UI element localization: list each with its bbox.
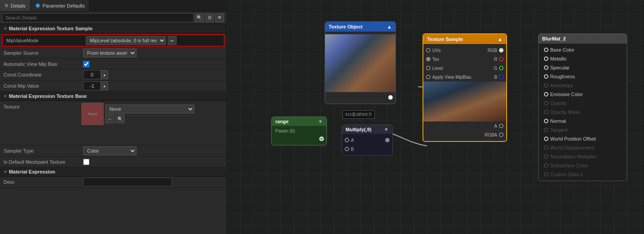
range-node[interactable]: range ▼ Param (0) <box>271 117 327 145</box>
blurmat-tess-row: Tessellation Multiplier <box>539 152 627 161</box>
search-input[interactable] <box>2 13 193 22</box>
blurmat-specular-label: Specular <box>550 65 569 70</box>
blurmat-panel[interactable]: BlurMat_2 Base Color Metallic Specular R… <box>538 33 627 181</box>
mip-value-mode-select[interactable]: MipLevel (absolute, 0 is full resolution… <box>86 36 166 45</box>
range-expand[interactable]: ▼ <box>318 119 323 124</box>
blurmat-opacity-pin[interactable] <box>544 101 548 105</box>
a-pin-right: A <box>494 124 503 129</box>
r-output-pin[interactable] <box>499 57 503 61</box>
blurmat-emissive-label: Emissive Color <box>550 92 583 97</box>
filter-button[interactable]: 👁 <box>215 13 224 22</box>
multiply-b-pin[interactable] <box>345 147 349 151</box>
rgba-pin-row: RGBA <box>423 130 506 139</box>
const-coordinate-input[interactable] <box>83 70 101 79</box>
blurmat-wd-row: World Displacement <box>539 143 627 152</box>
output-pin[interactable] <box>388 95 393 100</box>
const-coordinate-label: Const Coordinate <box>4 71 81 79</box>
mipbias-input-pin[interactable] <box>426 75 431 79</box>
const-mip-value-input[interactable] <box>83 81 101 90</box>
rgba-output-pin[interactable] <box>499 133 503 137</box>
blurmat-wd-pin[interactable] <box>544 145 548 150</box>
texture-object-header: Texture Object ▲ <box>325 22 395 32</box>
multiply-a-pin[interactable] <box>345 138 349 142</box>
a-output-pin[interactable] <box>499 124 503 128</box>
level-input-pin[interactable] <box>426 66 431 70</box>
texture-object-output-pin[interactable] <box>388 95 393 100</box>
r-label: R <box>494 57 497 62</box>
uvs-input-pin[interactable] <box>426 48 431 52</box>
blurmat-base-color-pin[interactable] <box>544 48 548 52</box>
section-texture-sample[interactable]: Material Expression Texture Sample <box>0 24 226 33</box>
blurmat-metallic-label: Metallic <box>550 56 567 61</box>
texture-sample-expand[interactable]: ▲ <box>498 36 503 42</box>
multiply-expand[interactable]: ▼ <box>384 127 389 132</box>
blurmat-wpo-pin[interactable] <box>544 137 548 141</box>
blurmat-normal-pin[interactable] <box>544 119 548 123</box>
g-output-pin[interactable] <box>499 66 503 70</box>
multiply-node[interactable]: Multiply(,9) ▼ A B <box>342 125 393 156</box>
section-material-expression[interactable]: Material Expression <box>0 167 226 177</box>
tex-input-pin[interactable] <box>426 57 431 61</box>
b-output-pin[interactable] <box>499 75 503 79</box>
search-bar: 🔍 ☰ 👁 <box>0 12 226 24</box>
const-coordinate-spin-up[interactable]: ▲ <box>101 70 108 79</box>
level-label: Level <box>432 66 443 71</box>
blurmat-roughness-label: Roughness <box>550 74 575 79</box>
texture-arrow-button[interactable]: ← <box>105 114 114 123</box>
multiply-a-label: A <box>351 138 354 143</box>
view-options-button[interactable]: ☰ <box>205 13 214 22</box>
a-pin-row: A <box>423 121 506 130</box>
tab-parameter-defaults[interactable]: 🔷 Parameter Defaults <box>31 0 90 11</box>
multiply-b-label: B <box>351 147 354 152</box>
const-mip-spin-up[interactable]: ▲ <box>101 81 108 90</box>
tab-details[interactable]: ⚙ Details <box>0 0 31 11</box>
tab-details-label: Details <box>11 3 26 8</box>
multiply-output-right <box>385 138 390 142</box>
mipbias-pin-left: Apply View MipBias <box>426 75 471 80</box>
uvs-label: UVs <box>432 48 441 53</box>
sampler-type-select[interactable]: Color <box>83 146 137 155</box>
sampler-source-select[interactable]: From texture asset <box>83 48 137 57</box>
rgb-output-pin[interactable] <box>499 48 503 52</box>
blurmat-anisotropy-pin[interactable] <box>544 83 548 88</box>
desc-input[interactable] <box>83 178 172 186</box>
texture-search-button[interactable]: 🔍 <box>116 114 125 123</box>
blurmat-custom-data-pin[interactable] <box>544 172 548 177</box>
mip-value-mode-row: MipValueMode MipLevel (absolute, 0 is fu… <box>2 34 225 47</box>
is-default-mesh-checkbox[interactable] <box>83 159 89 165</box>
search-button[interactable]: 🔍 <box>195 13 204 22</box>
texture-asset-select[interactable]: None <box>105 105 194 113</box>
texture-object-node[interactable]: Texture Object ▲ <box>325 21 396 104</box>
blurmat-tess-pin[interactable] <box>544 154 548 159</box>
blurmat-specular-pin[interactable] <box>544 65 548 70</box>
tex-label: Tex <box>432 57 439 62</box>
node-canvas[interactable]: Texture Object ▲ Texture Sample ▲ <box>227 0 644 234</box>
blurmat-emissive-pin[interactable] <box>544 92 548 97</box>
section-texture-base-label: Material Expression Texture Base <box>9 93 87 99</box>
range-output-pin[interactable] <box>319 137 324 141</box>
texture-sample-body: UVs RGB Tex R <box>423 44 506 141</box>
blurmat-anisotropy-label: Anisotropy <box>550 83 573 88</box>
mip-value-mode-reset-button[interactable]: ↩ <box>168 36 177 45</box>
is-default-mesh-value <box>81 158 226 166</box>
sampler-type-row: Sampler Type Color <box>0 145 226 157</box>
const-mip-value-label: Const Mip Value <box>4 82 81 90</box>
texture-object-expand[interactable]: ▲ <box>387 24 392 29</box>
tab-bar: ⚙ Details 🔷 Parameter Defaults <box>0 0 226 12</box>
a-label: A <box>494 124 497 129</box>
texture-sample-node[interactable]: Texture Sample ▲ UVs RGB Tex <box>423 33 507 142</box>
section-texture-base[interactable]: Material Expression Texture Base <box>0 92 226 101</box>
blurmat-tangent-pin[interactable] <box>544 128 548 132</box>
auto-mip-bias-checkbox[interactable] <box>83 61 89 67</box>
g-pin-right: G <box>494 66 503 71</box>
blurmat-tangent-row: Tangent <box>539 125 627 134</box>
blurmat-subsurface-pin[interactable] <box>544 163 548 168</box>
mipbias-label: Apply View MipBias <box>432 75 471 80</box>
blurmat-opacity-mask-pin[interactable] <box>544 110 548 114</box>
texture-label: Texture <box>4 103 81 111</box>
blurmat-metallic-pin[interactable] <box>544 56 548 61</box>
multiply-output-pin[interactable] <box>385 138 390 142</box>
const-mip-value-row: Const Mip Value ▲ <box>0 81 226 92</box>
blurmat-roughness-pin[interactable] <box>544 74 548 79</box>
blurmat-roughness-row: Roughness <box>539 72 627 81</box>
